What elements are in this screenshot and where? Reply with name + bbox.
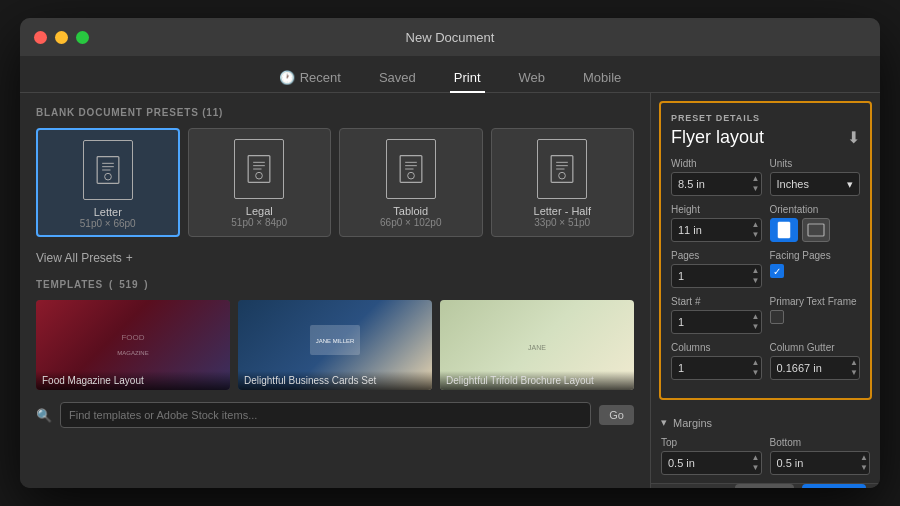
start-input[interactable] [671, 310, 762, 334]
height-up[interactable]: ▲ [752, 220, 760, 230]
margin-top-input[interactable] [661, 451, 762, 475]
svg-point-5 [407, 172, 414, 179]
margin-top-up[interactable]: ▲ [752, 453, 760, 463]
primary-text-label: Primary Text Frame [770, 296, 861, 307]
facing-pages-checkbox[interactable]: ✓ [770, 264, 784, 278]
margin-top-group: Top ▲ ▼ [661, 437, 762, 475]
height-orientation-row: Height ▲ ▼ Orientation [671, 204, 860, 242]
portrait-button[interactable] [770, 218, 798, 242]
go-button[interactable]: Go [599, 405, 634, 425]
columns-group: Columns ▲ ▼ [671, 342, 762, 380]
width-spinners: ▲ ▼ [752, 174, 760, 193]
preset-letter-half[interactable]: Letter - Half 33p0 × 51p0 [491, 128, 635, 237]
gutter-input[interactable] [770, 356, 861, 380]
preset-legal-icon [234, 139, 284, 199]
template-food-magazine[interactable]: FOOD MAGAZINE Food Magazine Layout [36, 300, 230, 390]
save-preset-icon[interactable]: ⬇ [847, 128, 860, 147]
tabs-bar: 🕐 Recent Saved Print Web Mobile [20, 56, 880, 93]
margin-bottom-input[interactable] [770, 451, 871, 475]
close-button[interactable]: Close [735, 484, 794, 488]
svg-text:JANE: JANE [528, 344, 546, 351]
tab-print[interactable]: Print [450, 64, 485, 93]
templates-header: TEMPLATES (519) [36, 279, 634, 290]
height-down[interactable]: ▼ [752, 230, 760, 240]
preset-legal-name: Legal [246, 205, 273, 217]
gutter-down[interactable]: ▼ [850, 368, 858, 378]
svg-point-3 [256, 172, 263, 179]
titlebar: New Document [20, 18, 880, 56]
tab-recent[interactable]: 🕐 Recent [275, 64, 345, 93]
pages-down[interactable]: ▼ [752, 276, 760, 286]
pages-up[interactable]: ▲ [752, 266, 760, 276]
preset-tabloid-size: 66p0 × 102p0 [380, 217, 441, 228]
tab-saved[interactable]: Saved [375, 64, 420, 93]
svg-point-7 [559, 172, 566, 179]
landscape-icon [807, 223, 825, 237]
margin-bottom-up[interactable]: ▲ [860, 453, 868, 463]
landscape-button[interactable] [802, 218, 830, 242]
pages-group: Pages ▲ ▼ [671, 250, 762, 288]
svg-rect-14 [778, 222, 790, 238]
width-input-wrapper: ▲ ▼ [671, 172, 762, 196]
height-input[interactable] [671, 218, 762, 242]
width-up[interactable]: ▲ [752, 174, 760, 184]
columns-up[interactable]: ▲ [752, 358, 760, 368]
margins-grid: Top ▲ ▼ Bottom [661, 437, 870, 475]
search-input[interactable] [60, 402, 591, 428]
preset-tabloid[interactable]: Tabloid 66p0 × 102p0 [339, 128, 483, 237]
gutter-spinners: ▲ ▼ [850, 358, 858, 377]
create-button[interactable]: Create [802, 484, 866, 488]
template-overlay: Food Magazine Layout [36, 371, 230, 390]
gutter-up[interactable]: ▲ [850, 358, 858, 368]
tab-web[interactable]: Web [515, 64, 550, 93]
preset-letter-size: 51p0 × 66p0 [80, 218, 136, 229]
height-input-wrapper: ▲ ▼ [671, 218, 762, 242]
height-label: Height [671, 204, 762, 215]
margins-toggle[interactable]: ▾ Margins [661, 416, 870, 429]
facing-pages-checkbox-row: ✓ [770, 264, 861, 278]
primary-text-checkbox[interactable] [770, 310, 784, 324]
preset-legal[interactable]: Legal 51p0 × 84p0 [188, 128, 332, 237]
columns-down[interactable]: ▼ [752, 368, 760, 378]
view-all-presets[interactable]: View All Presets + [36, 251, 634, 265]
width-units-row: Width ▲ ▼ Units Inches [671, 158, 860, 196]
template-brochure[interactable]: JANE Delightful Trifold Brochure Layout [440, 300, 634, 390]
new-document-window: New Document 🕐 Recent Saved Print Web Mo… [20, 18, 880, 488]
start-label: Start # [671, 296, 762, 307]
pages-input[interactable] [671, 264, 762, 288]
preset-legal-size: 51p0 × 84p0 [231, 217, 287, 228]
chevron-down-icon: ▾ [847, 178, 853, 191]
fullscreen-button[interactable] [76, 31, 89, 44]
margin-bottom-down[interactable]: ▼ [860, 463, 868, 473]
margin-top-down[interactable]: ▼ [752, 463, 760, 473]
start-up[interactable]: ▲ [752, 312, 760, 322]
pages-label: Pages [671, 250, 762, 261]
templates-grid: FOOD MAGAZINE Food Magazine Layout JANE … [36, 300, 634, 390]
units-group: Units Inches ▾ [770, 158, 861, 196]
width-input[interactable] [671, 172, 762, 196]
primary-text-group: Primary Text Frame [770, 296, 861, 334]
facing-pages-label: Facing Pages [770, 250, 861, 261]
pages-facing-row: Pages ▲ ▼ Facing Pages [671, 250, 860, 288]
preset-letter[interactable]: Letter 51p0 × 66p0 [36, 128, 180, 237]
search-icon: 🔍 [36, 408, 52, 423]
minimize-button[interactable] [55, 31, 68, 44]
height-group: Height ▲ ▼ [671, 204, 762, 242]
tab-mobile[interactable]: Mobile [579, 64, 625, 93]
close-button[interactable] [34, 31, 47, 44]
svg-text:JANE MILLER: JANE MILLER [316, 338, 355, 344]
document-icon [547, 154, 577, 184]
units-select[interactable]: Inches ▾ [770, 172, 861, 196]
preset-letter-half-icon [537, 139, 587, 199]
columns-input[interactable] [671, 356, 762, 380]
facing-pages-group: Facing Pages ✓ [770, 250, 861, 288]
primary-text-checkbox-row [770, 310, 861, 324]
start-down[interactable]: ▼ [752, 322, 760, 332]
margin-bottom-group: Bottom ▲ ▼ [770, 437, 871, 475]
preset-details-label: PRESET DETAILS [671, 113, 860, 123]
template-overlay: Delightful Trifold Brochure Layout [440, 371, 634, 390]
height-spinners: ▲ ▼ [752, 220, 760, 239]
template-business-cards[interactable]: JANE MILLER Delightful Business Cards Se… [238, 300, 432, 390]
pages-input-wrapper: ▲ ▼ [671, 264, 762, 288]
width-down[interactable]: ▼ [752, 184, 760, 194]
